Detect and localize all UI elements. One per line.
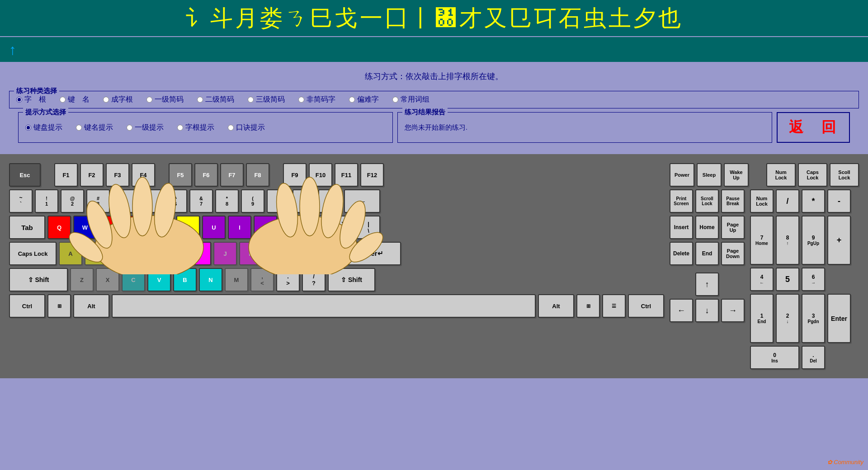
key-home[interactable]: Home (695, 216, 719, 239)
key-i[interactable]: I (228, 216, 251, 239)
key-6[interactable]: ^6 (164, 189, 187, 213)
numpad-1[interactable]: 1End (750, 294, 774, 343)
numpad-2[interactable]: 2↓ (776, 294, 799, 343)
key-lalt[interactable]: Alt (73, 294, 109, 318)
numpad-numlock[interactable]: NumLock (750, 189, 774, 213)
key-semicolon[interactable]: ;: (291, 242, 314, 265)
key-j[interactable]: J (213, 242, 237, 265)
key-wakeup[interactable]: WakeUp (724, 163, 749, 187)
radio-erJian[interactable]: 二级简码 (197, 95, 234, 104)
radio-sanJian[interactable]: 三级简码 (248, 95, 285, 104)
key-a[interactable]: A (59, 242, 82, 265)
key-enter[interactable]: Enter↵ (342, 242, 401, 265)
numpad-dot[interactable]: .Del (802, 346, 825, 369)
key-n[interactable]: N (199, 268, 222, 291)
numpad-0[interactable]: 0Ins (750, 346, 799, 369)
key-5[interactable]: %5 (138, 189, 161, 213)
key-1[interactable]: !1 (35, 189, 58, 213)
key-h[interactable]: H (188, 242, 211, 265)
key-esc[interactable]: Esc (9, 163, 41, 187)
key-8[interactable]: *8 (215, 189, 239, 213)
key-ralt[interactable]: Alt (538, 294, 574, 318)
key-f1[interactable]: F1 (54, 163, 78, 187)
radio-kouJue[interactable]: 口诀提示 (228, 123, 265, 132)
numpad-3[interactable]: 3Pgdn (802, 294, 825, 343)
radio-feiJian[interactable]: 非简码字 (298, 95, 335, 104)
key-w[interactable]: W (73, 216, 97, 239)
key-pageup[interactable]: PageUp (721, 216, 745, 239)
key-lshift[interactable]: ⇧ Shift (9, 268, 68, 291)
key-z[interactable]: Z (70, 268, 94, 291)
key-printscreen[interactable]: PrintScreen (670, 189, 693, 213)
key-insert[interactable]: Insert (670, 216, 693, 239)
key-left[interactable]: ← (670, 299, 693, 322)
key-power[interactable]: Power (670, 163, 694, 187)
numpad-8[interactable]: 8↑ (776, 216, 799, 265)
key-capslock-indicator[interactable]: CapsLock (798, 163, 827, 187)
key-tilde[interactable]: ~` (9, 189, 33, 213)
key-b[interactable]: B (173, 268, 197, 291)
key-backspace[interactable]: ← (344, 189, 380, 213)
key-o[interactable]: O (254, 216, 277, 239)
radio-yiJiTi[interactable]: 一级提示 (127, 123, 164, 132)
numpad-plus[interactable]: + (827, 216, 851, 265)
key-space[interactable] (112, 294, 536, 318)
key-f5[interactable]: F5 (169, 163, 192, 187)
key-f6[interactable]: F6 (194, 163, 218, 187)
radio-chengZiGen[interactable]: 成字根 (103, 95, 133, 104)
numpad-5[interactable]: 5 (776, 268, 799, 291)
numpad-minus[interactable]: - (827, 189, 851, 213)
key-s[interactable]: S (85, 242, 108, 265)
numpad-4[interactable]: 4← (750, 268, 774, 291)
key-scrolllock[interactable]: ScrollLock (695, 189, 719, 213)
key-3[interactable]: #3 (86, 189, 110, 213)
radio-jianMingTi[interactable]: 键名提示 (76, 123, 113, 132)
radio-jianPan[interactable]: 键盘提示 (25, 123, 62, 132)
key-y[interactable]: Y (176, 216, 200, 239)
key-plus[interactable]: += (318, 189, 342, 213)
key-down[interactable]: ↓ (695, 299, 719, 322)
key-r[interactable]: R (125, 216, 148, 239)
key-f3[interactable]: F3 (106, 163, 129, 187)
key-lbracket[interactable]: {[ (305, 216, 329, 239)
radio-ziGenTi[interactable]: 字根提示 (177, 123, 214, 132)
key-rwin[interactable]: ⊞ (576, 294, 600, 318)
key-f4[interactable]: F4 (132, 163, 155, 187)
key-lwin[interactable]: ⊞ (47, 294, 71, 318)
key-scrollock-indicator[interactable]: ScollLock (830, 163, 859, 187)
key-end[interactable]: End (695, 242, 719, 265)
key-capslock[interactable]: Caps Lock (9, 242, 57, 265)
key-rctrl[interactable]: Ctrl (628, 294, 664, 318)
numpad-6[interactable]: 6→ (802, 268, 825, 291)
key-pagedown[interactable]: PageDown (721, 242, 745, 265)
key-e[interactable]: E (99, 216, 123, 239)
key-v[interactable]: V (147, 268, 171, 291)
numpad-9[interactable]: 9PgUp (802, 216, 825, 265)
radio-yiJian[interactable]: 一级简码 (146, 95, 184, 104)
radio-ziGen[interactable]: 字 根 (16, 95, 46, 104)
key-slash[interactable]: /? (302, 268, 326, 291)
key-d[interactable]: D (110, 242, 134, 265)
key-f12[interactable]: F12 (360, 163, 384, 187)
numpad-slash[interactable]: / (776, 189, 799, 213)
key-lctrl[interactable]: Ctrl (9, 294, 45, 318)
key-p[interactable]: P (279, 216, 303, 239)
key-c[interactable]: C (122, 268, 145, 291)
key-f11[interactable]: F11 (335, 163, 358, 187)
key-up[interactable]: ↑ (695, 273, 719, 296)
key-g[interactable]: G (162, 242, 185, 265)
key-4[interactable]: $4 (112, 189, 136, 213)
key-pause[interactable]: PauseBreak (721, 189, 745, 213)
key-delete[interactable]: Delete (670, 242, 693, 265)
key-numlock-indicator[interactable]: NumLock (766, 163, 796, 187)
key-rshift[interactable]: ⇧ Shift (328, 268, 375, 291)
key-sleep[interactable]: Sleep (697, 163, 722, 187)
radio-pianNan[interactable]: 偏难字 (349, 95, 379, 104)
key-t[interactable]: T (151, 216, 174, 239)
key-l[interactable]: L (265, 242, 288, 265)
key-right[interactable]: → (721, 299, 745, 322)
key-2[interactable]: @2 (61, 189, 84, 213)
key-f10[interactable]: F10 (309, 163, 332, 187)
key-u[interactable]: U (202, 216, 226, 239)
numpad-7[interactable]: 7Home (750, 216, 774, 265)
